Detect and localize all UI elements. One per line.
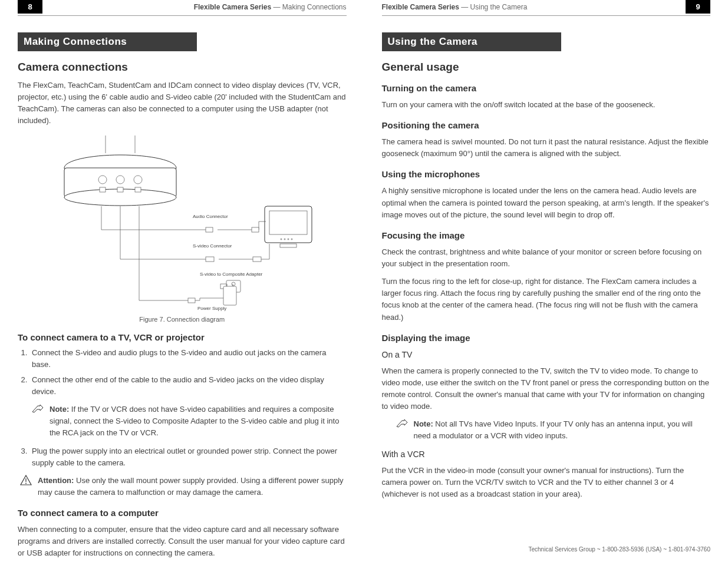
heading-microphones: Using the microphones [382, 169, 711, 179]
svg-rect-12 [269, 211, 307, 234]
svg-rect-18 [206, 227, 213, 232]
step-3: Plug the power supply into an electrical… [29, 445, 347, 469]
figure-caption: Figure 7. Connection diagram [139, 316, 225, 323]
page-number: 9 [686, 0, 710, 14]
vcr-body: Put the VCR in the video-in mode (consul… [382, 465, 711, 500]
svg-point-6 [116, 176, 124, 184]
note-icon [396, 418, 408, 429]
header-series: Flexible Camera Series [382, 3, 459, 11]
label-power: Power Supply [197, 306, 226, 311]
label-adapter: S-video to Composite Adapter [200, 272, 263, 277]
note-icon [32, 404, 44, 414]
warning-icon [20, 475, 32, 485]
svg-rect-20 [206, 257, 214, 262]
label-svideo: S-video Connector [193, 243, 232, 249]
steps-tv: Connect the S-video and audio plugs to t… [18, 347, 347, 398]
svg-point-5 [98, 176, 107, 184]
focus-body2: Turn the focus ring to the left for clos… [382, 276, 711, 323]
tv-body: When the camera is properly connected to… [382, 365, 711, 413]
note-text: Note: If the TV or VCR does not have S-v… [50, 404, 347, 439]
svg-point-7 [134, 176, 142, 184]
heading-displaying: Displaying the image [382, 333, 711, 343]
subheading-on-a-tv: On a TV [382, 350, 711, 359]
heading-connect-pc: To connect camera to a computer [18, 508, 347, 518]
note-composite: Note: If the TV or VCR does not have S-v… [18, 404, 347, 439]
svg-rect-27 [223, 286, 236, 305]
svg-rect-13 [280, 244, 297, 247]
svg-rect-21 [253, 257, 261, 262]
header-text: Flexible Camera Series — Making Connecti… [194, 3, 347, 11]
heading-connect-tv: To connect camera to a TV, VCR or projec… [18, 332, 347, 342]
pc-body: When connecting to a computer, ensure th… [18, 524, 347, 559]
heading-camera-connections: Camera connections [18, 61, 347, 74]
subheading-with-a-vcr: With a VCR [382, 449, 711, 459]
header-right: Flexible Camera Series — Using the Camer… [382, 0, 711, 16]
heading-focusing: Focusing the image [382, 230, 711, 240]
turning-body: Turn on your camera with the on/off swit… [382, 99, 711, 111]
intro-paragraph: The FlexCam, TeachCam, StudentCam and ID… [18, 80, 347, 127]
svg-rect-9 [117, 187, 123, 192]
steps-tv-cont: Plug the power supply into an electrical… [18, 445, 347, 469]
header-section: Using the Camera [470, 3, 528, 11]
content-left: Making Connections Camera connections Th… [18, 16, 347, 560]
footer-right: Technical Services Group ~ 1-800-283-593… [382, 540, 711, 562]
heading-general-usage: General usage [382, 61, 711, 74]
content-right: Using the Camera General usage Turning o… [382, 16, 711, 540]
focus-body1: Check the contrast, brightness and white… [382, 246, 711, 270]
mic-body: A highly sensitive microphone is located… [382, 185, 711, 220]
header-left: 8 Flexible Camera Series — Making Connec… [18, 0, 347, 16]
header-section: Making Connections [282, 3, 347, 11]
heading-positioning: Positioning the camera [382, 120, 711, 130]
header-text: Flexible Camera Series — Using the Camer… [382, 3, 528, 11]
note-tv-inputs: Note: Not all TVs have Video Inputs. If … [382, 418, 711, 442]
footer-left: Technical Services Group ~ 1-800-283-593… [18, 560, 347, 562]
connection-diagram-svg: Audio Connector S-video Connector S-vide… [47, 135, 318, 312]
page-number: 8 [18, 0, 42, 14]
svg-rect-10 [135, 187, 141, 192]
svg-rect-19 [252, 227, 259, 232]
attention-row: Attention: Use only the wall mount power… [18, 475, 347, 498]
page-left: 8 Flexible Camera Series — Making Connec… [0, 0, 364, 562]
section-bar: Making Connections [18, 32, 197, 51]
note-text: Note: Not all TVs have Video Inputs. If … [414, 418, 711, 442]
svg-point-31 [25, 482, 27, 484]
figure-connection-diagram: Audio Connector S-video Connector S-vide… [18, 135, 347, 323]
step-1: Connect the S-video and audio plugs to t… [29, 347, 347, 371]
heading-turning-on: Turning on the camera [382, 83, 711, 93]
label-audio: Audio Connector [193, 214, 228, 219]
svg-rect-8 [100, 187, 106, 192]
section-bar: Using the Camera [382, 32, 561, 51]
page-right: Flexible Camera Series — Using the Camer… [364, 0, 729, 562]
svg-rect-26 [188, 298, 195, 303]
step-2: Connect the other end of the cable to th… [29, 374, 347, 398]
attention-text: Attention: Use only the wall mount power… [38, 475, 347, 498]
header-series: Flexible Camera Series [194, 3, 271, 11]
position-body: The camera head is swivel mounted. Do no… [382, 136, 711, 160]
